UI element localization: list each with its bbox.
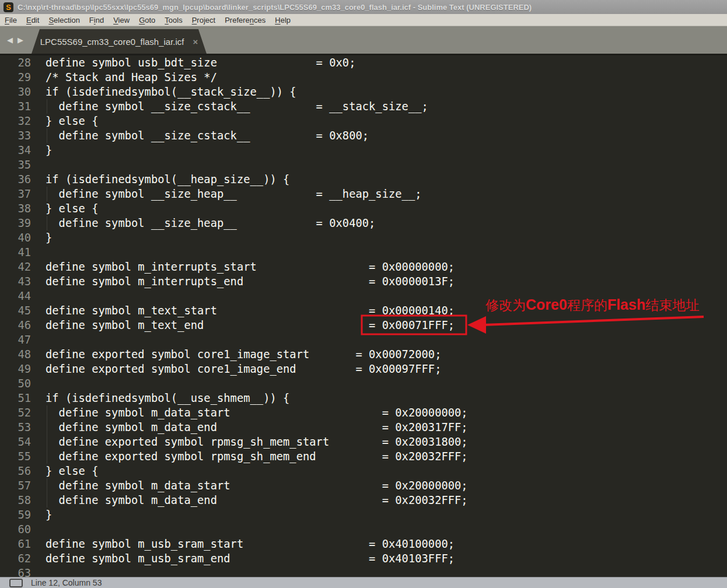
code-line: 29/* Stack and Heap Sizes */ [0,70,727,85]
line-text[interactable]: define symbol m_usb_sram_end = 0x40103FF… [31,551,455,566]
menu-bar: FileEditSelectionFindViewGotoToolsProjec… [0,14,727,26]
line-text[interactable]: define symbol __size_cstack__ = 0x800; [31,128,369,143]
menu-preferences[interactable]: Preferences [220,16,270,24]
line-text[interactable]: } else { [31,464,98,478]
editor[interactable]: 28define symbol usb_bdt_size = 0x0;29/* … [0,54,727,577]
menu-tools[interactable]: Tools [160,16,187,24]
line-number: 57 [0,478,31,493]
line-text[interactable]: define symbol m_interrupts_start = 0x000… [31,260,455,274]
window-title: C:\nxp\rt-thread\bsp\lpc55sxx\lpc55s69_m… [18,3,532,12]
line-text[interactable]: define symbol m_data_end = 0x20032FFF; [31,493,468,508]
line-text[interactable]: define symbol m_text_start = 0x00000140; [31,303,455,318]
code-line: 62define symbol m_usb_sram_end = 0x40103… [0,551,727,566]
line-number: 35 [0,158,31,172]
tab-scroll-right-icon[interactable]: ▶ [18,36,23,44]
line-text[interactable]: define exported symbol rpmsg_sh_mem_end … [31,449,468,464]
line-number: 28 [0,55,31,70]
line-text[interactable]: define symbol __size_heap__ = 0x0400; [31,216,375,230]
code-line: 56} else { [0,464,727,478]
code-line: 59} [0,508,727,522]
line-number: 43 [0,274,31,289]
code-line: 57 define symbol m_data_start = 0x200000… [0,478,727,493]
status-panel-icon[interactable] [9,579,23,587]
line-text[interactable]: define symbol m_text_end = 0x00071FFF; [31,318,455,332]
line-number: 50 [0,376,31,391]
line-number: 47 [0,332,31,347]
tab-lpc55s69-icf[interactable]: LPC55S69_cm33_core0_flash_iar.icf × [32,29,207,54]
code-line: 35 [0,158,727,172]
menu-goto[interactable]: Goto [134,16,160,24]
line-text[interactable] [31,158,46,172]
tab-nav-arrows: ◀ ▶ [7,26,23,54]
code-line: 55 define exported symbol rpmsg_sh_mem_e… [0,449,727,464]
line-number: 32 [0,114,31,128]
code-line: 46define symbol m_text_end = 0x00071FFF; [0,318,727,332]
line-text[interactable]: define exported symbol core1_image_start… [31,347,441,362]
tab-bar: ◀ ▶ LPC55S69_cm33_core0_flash_iar.icf × [0,26,727,54]
line-text[interactable]: define symbol __size_cstack__ = __stack_… [31,99,428,114]
line-text[interactable]: if (isdefinedsymbol(__stack_size__)) { [31,85,296,99]
line-text[interactable] [31,522,46,537]
line-text[interactable]: define exported symbol core1_image_end =… [31,362,441,376]
line-text[interactable]: /* Stack and Heap Sizes */ [31,70,217,85]
line-number: 33 [0,128,31,143]
line-number: 55 [0,449,31,464]
code-line: 34} [0,143,727,158]
line-number: 60 [0,522,31,537]
code-line: 51if (isdefinedsymbol(__use_shmem__)) { [0,391,727,405]
line-text[interactable] [31,566,46,577]
tab-close-icon[interactable]: × [193,37,198,47]
line-text[interactable]: define exported symbol rpmsg_sh_mem_star… [31,435,468,449]
line-text[interactable]: define symbol m_interrupts_end = 0x00000… [31,274,455,289]
line-text[interactable]: define symbol m_usb_sram_start = 0x40100… [31,537,455,551]
line-text[interactable] [31,245,46,260]
code-line: 30if (isdefinedsymbol(__stack_size__)) { [0,85,727,99]
line-text[interactable]: if (isdefinedsymbol(__heap_size__)) { [31,172,289,187]
menu-edit[interactable]: Edit [22,16,44,24]
code-lines: 28define symbol usb_bdt_size = 0x0;29/* … [0,55,727,577]
line-number: 41 [0,245,31,260]
line-number: 49 [0,362,31,376]
line-number: 37 [0,187,31,201]
line-text[interactable]: define symbol m_data_start = 0x20000000; [31,405,468,420]
line-text[interactable] [31,332,46,347]
menu-help[interactable]: Help [270,16,295,24]
line-text[interactable]: } [31,230,52,245]
code-line: 47 [0,332,727,347]
line-text[interactable]: define symbol m_data_start = 0x20000000; [31,478,468,493]
line-text[interactable] [31,376,46,391]
line-text[interactable]: define symbol __size_heap__ = __heap_siz… [31,187,422,201]
tab-label: LPC55S69_cm33_core0_flash_iar.icf [40,37,184,47]
code-line: 36if (isdefinedsymbol(__heap_size__)) { [0,172,727,187]
code-line: 53 define symbol m_data_end = 0x200317FF… [0,420,727,435]
menu-file[interactable]: File [0,16,22,24]
sublime-logo-icon: S [4,2,13,12]
line-number: 56 [0,464,31,478]
code-line: 58 define symbol m_data_end = 0x20032FFF… [0,493,727,508]
code-line: 49define exported symbol core1_image_end… [0,362,727,376]
menu-selection[interactable]: Selection [44,16,84,24]
line-text[interactable]: define symbol usb_bdt_size = 0x0; [31,55,355,70]
menu-find[interactable]: Find [85,16,109,24]
line-text[interactable]: } else { [31,201,98,216]
line-text[interactable]: } else { [31,114,98,128]
menu-project[interactable]: Project [187,16,220,24]
code-line: 42define symbol m_interrupts_start = 0x0… [0,260,727,274]
line-number: 61 [0,537,31,551]
line-number: 38 [0,201,31,216]
line-text[interactable]: } [31,143,52,158]
line-text[interactable] [31,289,46,303]
code-line: 38} else { [0,201,727,216]
line-text[interactable]: } [31,508,52,522]
line-number: 44 [0,289,31,303]
line-number: 40 [0,230,31,245]
line-number: 31 [0,99,31,114]
line-text[interactable]: if (isdefinedsymbol(__use_shmem__)) { [31,391,289,405]
code-line: 45define symbol m_text_start = 0x0000014… [0,303,727,318]
line-number: 63 [0,566,31,577]
tab-scroll-left-icon[interactable]: ◀ [7,36,13,44]
menu-view[interactable]: View [109,16,134,24]
code-line: 54 define exported symbol rpmsg_sh_mem_s… [0,435,727,449]
line-text[interactable]: define symbol m_data_end = 0x200317FF; [31,420,468,435]
code-line: 32} else { [0,114,727,128]
